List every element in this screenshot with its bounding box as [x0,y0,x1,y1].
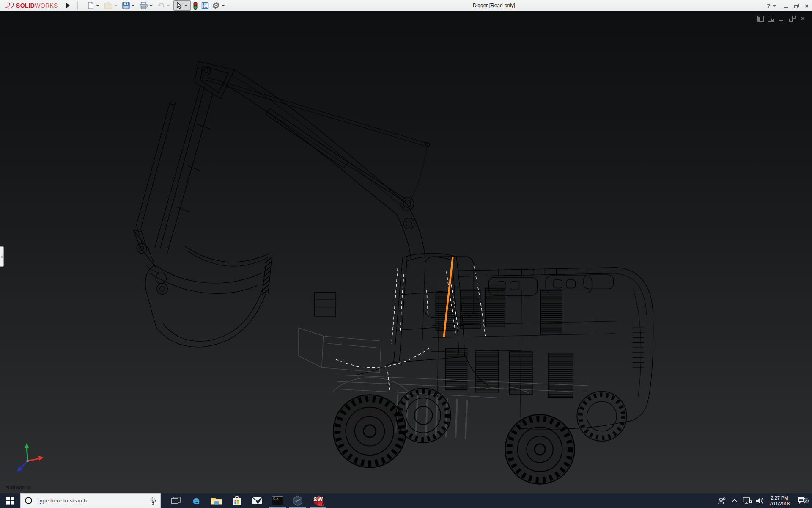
undo-button[interactable] [156,0,173,11]
restore-icon [792,16,796,19]
title-bar: SOLIDWORKS [0,0,812,11]
command-prompt-icon: C:\_ [272,496,283,505]
hexagon-app-icon [292,495,303,506]
store-icon [232,496,241,505]
toolbar-flyout-button[interactable] [64,1,72,10]
action-center-button[interactable]: 2 [793,497,809,505]
undo-icon [157,1,165,10]
orientation-triad [17,443,44,472]
window-controls: ? × [767,0,809,11]
wheel-front-left [333,395,406,468]
print-button[interactable] [138,0,155,11]
flyout-arrow-icon [66,3,70,8]
minimize-button[interactable] [784,7,788,8]
taskbar-mail[interactable] [247,493,267,508]
task-view-icon [171,497,181,505]
window-title: Digger [Read-only] [473,3,515,8]
display-list-icon [201,1,209,10]
people-icon [718,497,726,505]
sw-letters: SW [313,496,323,502]
options-button[interactable] [211,0,228,11]
dropdown-arrow-icon[interactable] [167,5,170,6]
system-tray: 2:27 PM 7/11/2018 2 [716,493,812,508]
doc-restore-button[interactable] [789,16,796,22]
view-orientation-label: *Dimetric [6,484,31,491]
dropdown-arrow-icon[interactable] [96,5,99,6]
dropdown-arrow-icon[interactable] [184,5,188,6]
select-cursor-icon [175,1,183,10]
taskbar-solidworks[interactable]: SW 2017 [308,493,328,508]
graphics-viewport[interactable]: × *Dimetric [0,11,812,493]
tray-time: 2:27 PM [766,495,793,501]
search-input[interactable] [36,497,146,504]
help-label: ? [767,3,771,9]
save-button[interactable] [121,0,137,11]
pane-icon [758,17,760,21]
taskbar-clock[interactable]: 2:27 PM 7/11/2018 [766,494,793,507]
wheels[interactable] [333,388,627,484]
people-button[interactable] [716,497,728,505]
wireframe-canvas[interactable] [0,11,812,493]
microphone-icon[interactable] [150,497,156,505]
rebuild-button[interactable] [192,0,199,11]
file-explorer-icon [211,496,222,505]
dropdown-arrow-icon[interactable] [149,5,153,6]
document-window-controls: × [757,16,806,22]
taskbar-file-explorer[interactable] [206,493,227,508]
start-button[interactable] [0,493,20,508]
traffic-light-icon [192,1,198,10]
taskbar-search[interactable] [20,493,161,508]
vent-hatch-blocks [436,287,573,398]
show-pane-left-button[interactable] [757,16,764,22]
doc-close-button[interactable]: × [800,16,806,22]
sw-year: 2017 [317,503,324,506]
minimize-icon [779,20,783,21]
tray-overflow-button[interactable] [728,499,741,502]
notification-badge: 2 [803,498,809,503]
show-pane-right-button[interactable] [768,16,774,22]
solidworks-logo: SOLIDWORKS [0,0,62,11]
volume-button[interactable] [754,497,766,505]
taskbar-command-prompt[interactable]: C:\_ [267,493,288,508]
standard-toolbar [85,0,228,11]
panel-tab-icon [1,256,3,258]
open-button[interactable] [103,0,120,11]
restore-icon [789,19,793,22]
restore-icon [794,5,798,8]
dropdown-arrow-icon[interactable] [114,5,118,6]
windows-logo-icon [6,497,14,505]
cortana-icon [25,497,32,504]
dropdown-arrow-icon[interactable] [132,5,135,6]
mail-icon [252,497,263,505]
taskbar-store[interactable] [227,493,247,508]
new-document-button[interactable] [85,0,102,11]
wheel-rear-right [577,392,626,441]
collapsed-panel-tab[interactable] [0,246,4,267]
help-button[interactable]: ? [767,3,778,9]
close-button[interactable]: × [805,3,809,9]
task-view-button[interactable] [166,493,186,508]
restore-button[interactable] [794,4,799,8]
taskbar-edge[interactable]: e [186,493,206,508]
3ds-swoosh-icon [3,2,14,9]
toolbar-separator [77,1,78,10]
taskbar-apps: e C:\_ [166,493,328,508]
chevron-up-icon [732,499,738,502]
brand-solid: SOLID [16,2,35,9]
speaker-icon [756,497,764,505]
dropdown-arrow-icon[interactable] [773,5,776,7]
print-icon [139,1,148,10]
excavator-wireframe[interactable] [133,61,653,429]
open-folder-icon [104,1,113,10]
gear-icon [212,1,220,10]
display-settings-button[interactable] [200,0,210,11]
doc-minimize-button[interactable] [779,16,785,22]
edge-icon: e [193,494,200,507]
taskbar: e C:\_ [0,493,812,508]
select-button[interactable] [173,0,191,11]
dropdown-arrow-icon[interactable] [222,5,225,6]
new-document-icon [86,1,95,10]
taskbar-3d-viewer[interactable] [288,493,308,508]
save-floppy-icon [122,1,130,10]
network-button[interactable] [741,497,754,505]
